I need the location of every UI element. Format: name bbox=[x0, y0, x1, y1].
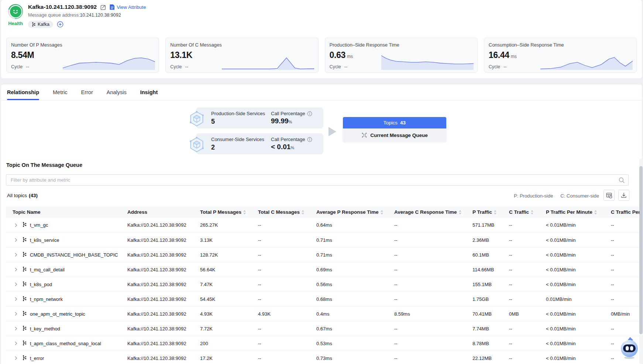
legend-production: P: Production-side bbox=[514, 193, 553, 199]
tab-analysis[interactable]: Analysis bbox=[107, 85, 127, 100]
search-icon[interactable] bbox=[618, 177, 625, 185]
metric-cell: -- bbox=[394, 277, 472, 292]
info-icon[interactable] bbox=[307, 111, 312, 116]
message-queue-address: Message queue address:10.241.120.38:9092 bbox=[28, 13, 146, 18]
metric-cell: 0MB/min bbox=[611, 306, 642, 321]
kafka-topic-icon bbox=[21, 340, 27, 347]
tab-insight[interactable]: Insight bbox=[140, 85, 158, 100]
metric-cell: -- bbox=[509, 262, 546, 277]
metric-cell: < 0.01MB/min bbox=[546, 336, 611, 351]
table-row[interactable]: t_key_method Kafka://10.241.120.38:90927… bbox=[6, 321, 642, 336]
tab-error[interactable]: Error bbox=[81, 85, 93, 100]
metric-cell: -- bbox=[394, 247, 472, 262]
topic-name[interactable]: t_vm_gc bbox=[30, 222, 48, 228]
metric-card-cycle: Cycle-- bbox=[170, 64, 188, 69]
expand-chevron-icon[interactable] bbox=[13, 223, 18, 228]
sparkline-chart bbox=[381, 52, 474, 70]
download-button[interactable] bbox=[618, 190, 629, 201]
topic-name[interactable]: CMDB_INSTANCE_HIGH_BASE_TOPIC bbox=[30, 252, 118, 258]
metric-card-cycle: Cycle-- bbox=[489, 64, 507, 69]
topology-icon bbox=[361, 132, 367, 138]
column-header[interactable]: Total P Messages bbox=[200, 206, 258, 218]
topic-name[interactable]: t_apm_class_method_snap_local bbox=[30, 341, 101, 346]
metric-cell: -- bbox=[258, 321, 316, 336]
edit-icon[interactable] bbox=[100, 4, 106, 10]
view-attribute-link[interactable]: View Attribute bbox=[110, 4, 146, 10]
sort-icon[interactable] bbox=[243, 210, 246, 215]
entity-header-card: Health Kafka-10.241.120.38:9092 View Att… bbox=[1, 0, 642, 78]
assistant-robot-button[interactable] bbox=[619, 337, 640, 360]
column-settings-button[interactable] bbox=[604, 190, 615, 201]
tab-metric[interactable]: Metric bbox=[53, 85, 67, 100]
expand-chevron-icon[interactable] bbox=[13, 267, 18, 272]
topic-name[interactable]: t_npm_network bbox=[30, 296, 63, 302]
sort-icon[interactable] bbox=[380, 210, 384, 215]
column-header[interactable]: P Traffic bbox=[472, 206, 509, 218]
expand-chevron-icon[interactable] bbox=[13, 282, 18, 287]
expand-chevron-icon[interactable] bbox=[13, 311, 18, 316]
metric-cell: 3.13K bbox=[200, 233, 258, 247]
table-row[interactable]: one_apm_ot_metric_topic Kafka://10.241.1… bbox=[6, 306, 642, 321]
metric-cell: -- bbox=[611, 247, 642, 262]
current-message-queue[interactable]: Current Message Queue bbox=[343, 128, 446, 142]
expand-chevron-icon[interactable] bbox=[13, 356, 18, 361]
expand-chevron-icon[interactable] bbox=[13, 237, 18, 243]
topic-name[interactable]: t_k8s_pod bbox=[30, 282, 52, 287]
topic-name[interactable]: t_error bbox=[30, 356, 44, 361]
kafka-tag[interactable]: Kafka bbox=[28, 21, 53, 28]
sort-icon[interactable] bbox=[301, 210, 305, 215]
column-header[interactable]: Total C Messages bbox=[258, 206, 316, 218]
column-header[interactable]: C Traffic Per Minute bbox=[611, 206, 642, 218]
expand-chevron-icon[interactable] bbox=[13, 252, 18, 257]
kafka-topic-icon bbox=[21, 296, 27, 303]
table-row[interactable]: CMDB_INSTANCE_HIGH_BASE_TOPIC Kafka://10… bbox=[6, 247, 642, 262]
consumer-side-services-box[interactable]: Consumer-Side Services 2 Call Percentage… bbox=[196, 133, 323, 154]
sort-icon[interactable] bbox=[494, 210, 497, 215]
topic-name[interactable]: one_apm_ot_metric_topic bbox=[30, 311, 85, 317]
expand-chevron-icon[interactable] bbox=[13, 341, 18, 346]
metric-cell: 54.45K bbox=[200, 292, 258, 306]
topic-address: Kafka://10.241.120.38:9092 bbox=[127, 247, 200, 262]
topics-button[interactable]: Topics 43 bbox=[343, 117, 446, 128]
add-tag-button[interactable] bbox=[57, 21, 63, 28]
sort-icon[interactable] bbox=[458, 210, 462, 215]
metric-cell: -- bbox=[611, 292, 642, 306]
metric-cell: 2.36MB bbox=[472, 233, 509, 247]
topic-name[interactable]: t_mq_call_detail bbox=[30, 267, 65, 272]
column-header[interactable]: Average C Response Time bbox=[394, 206, 472, 218]
sort-icon[interactable] bbox=[594, 210, 597, 215]
table-row[interactable]: t_mq_call_detail Kafka://10.241.120.38:9… bbox=[6, 262, 642, 277]
table-row[interactable]: t_npm_network Kafka://10.241.120.38:9092… bbox=[6, 292, 642, 306]
tab-relationship[interactable]: Relationship bbox=[7, 85, 39, 100]
metric-cell: -- bbox=[258, 262, 316, 277]
production-side-services-box[interactable]: Production-Side Services 5 Call Percenta… bbox=[196, 107, 323, 128]
topic-name[interactable]: t_key_method bbox=[30, 326, 60, 332]
table-row[interactable]: t_apm_class_method_snap_local Kafka://10… bbox=[6, 336, 642, 351]
topic-address: Kafka://10.241.120.38:9092 bbox=[127, 218, 200, 233]
sort-icon[interactable] bbox=[530, 210, 534, 215]
kafka-topic-icon bbox=[21, 237, 27, 244]
table-row[interactable]: t_k8s_service Kafka://10.241.120.38:9092… bbox=[6, 233, 642, 247]
expand-chevron-icon[interactable] bbox=[13, 326, 18, 331]
table-header-row: Topic NameAddressTotal P MessagesTotal C… bbox=[6, 206, 642, 218]
health-indicator: Health bbox=[7, 4, 24, 26]
topic-name[interactable]: t_k8s_service bbox=[30, 237, 59, 243]
kafka-topic-icon bbox=[21, 222, 27, 229]
column-header[interactable]: C Traffic bbox=[509, 206, 546, 218]
column-header[interactable]: P Traffic Per Minute bbox=[546, 206, 611, 218]
column-header[interactable]: Average P Response Time bbox=[316, 206, 394, 218]
table-row[interactable]: t_vm_gc Kafka://10.241.120.38:9092265.27… bbox=[6, 218, 642, 233]
filter-input[interactable] bbox=[6, 175, 628, 185]
metric-cell: 4.93K bbox=[258, 306, 316, 321]
metric-cell: -- bbox=[394, 233, 472, 247]
expand-chevron-icon[interactable] bbox=[13, 296, 18, 302]
page-scrollbar[interactable] bbox=[639, 159, 643, 364]
scrollbar-thumb[interactable] bbox=[639, 166, 643, 334]
all-topics-count: All topics(43) bbox=[7, 193, 38, 198]
metric-cell: 60.1MB bbox=[472, 247, 509, 262]
info-icon[interactable] bbox=[307, 137, 312, 142]
metric-card: Number Of C Messages 13.1K Cycle-- bbox=[165, 38, 318, 73]
metric-cell: 571.17MB bbox=[472, 218, 509, 233]
table-row[interactable]: t_k8s_pod Kafka://10.241.120.38:90927.47… bbox=[6, 277, 642, 292]
table-row[interactable]: t_error Kafka://10.241.120.38:909217.2K-… bbox=[6, 351, 642, 364]
